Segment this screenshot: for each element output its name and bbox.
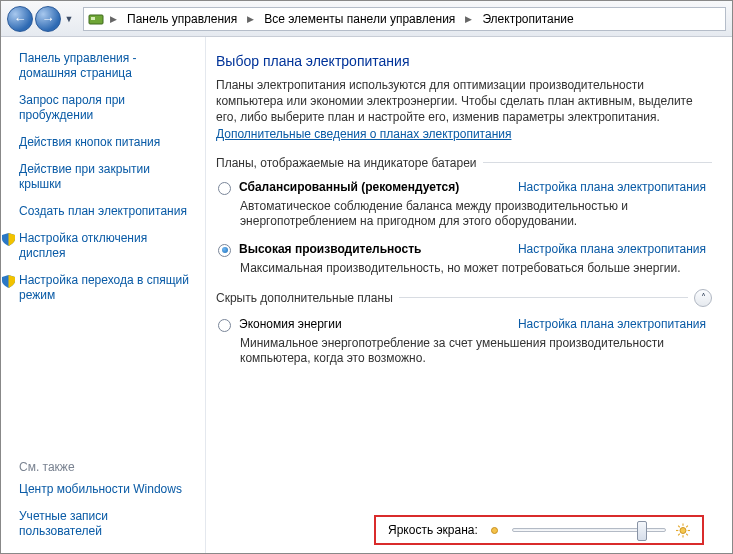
configure-plan-link[interactable]: Настройка плана электропитания bbox=[518, 317, 712, 331]
svg-line-8 bbox=[678, 525, 680, 527]
sidebar-link-home[interactable]: Панель управления - домашняя страница bbox=[19, 51, 191, 81]
plan-balanced-title[interactable]: Сбалансированный (рекомендуется) bbox=[239, 180, 459, 194]
group-extra-plans: Скрыть дополнительные планы ˄ bbox=[216, 289, 712, 307]
svg-point-3 bbox=[680, 527, 686, 533]
group-battery-plans: Планы, отображаемые на индикаторе батаре… bbox=[216, 156, 712, 170]
content-area: Панель управления - домашняя страница За… bbox=[1, 37, 732, 553]
plan-highperf-title[interactable]: Высокая производительность bbox=[239, 242, 421, 256]
sidebar-item-label: Настройка отключения дисплея bbox=[19, 231, 147, 260]
plan-highperf-row: Высокая производительность Настройка пла… bbox=[216, 242, 712, 257]
sidebar-link-wake-password[interactable]: Запрос пароля при пробуждении bbox=[19, 93, 191, 123]
plan-balanced-row: Сбалансированный (рекомендуется) Настрой… bbox=[216, 180, 712, 195]
chevron-up-icon: ˄ bbox=[701, 292, 706, 303]
page-title: Выбор плана электропитания bbox=[216, 53, 712, 69]
svg-line-10 bbox=[678, 533, 680, 535]
brightness-label: Яркость экрана: bbox=[388, 523, 478, 537]
back-button[interactable]: ← bbox=[7, 6, 33, 32]
group-label: Скрыть дополнительные планы bbox=[216, 291, 393, 305]
crumb-power-options[interactable]: Электропитание bbox=[478, 12, 577, 26]
radio-high-performance[interactable] bbox=[218, 244, 231, 257]
control-panel-icon bbox=[88, 11, 104, 27]
breadcrumb[interactable]: ▶ Панель управления ▶ Все элементы панел… bbox=[83, 7, 726, 31]
crumb-all-items[interactable]: Все элементы панели управления bbox=[260, 12, 459, 26]
svg-point-2 bbox=[492, 527, 498, 533]
plan-balanced-desc: Автоматическое соблюдение баланса между … bbox=[240, 199, 712, 230]
sun-dim-icon bbox=[488, 523, 502, 537]
sidebar-item-label: Настройка перехода в спящий режим bbox=[19, 273, 189, 302]
sidebar-link-sleep[interactable]: Настройка перехода в спящий режим bbox=[19, 273, 191, 303]
brightness-control: Яркость экрана: bbox=[374, 515, 704, 545]
see-also-mobility[interactable]: Центр мобильности Windows bbox=[19, 482, 191, 497]
see-also-user-accounts[interactable]: Учетные записи пользователей bbox=[19, 509, 191, 539]
see-also-heading: См. также bbox=[19, 460, 191, 474]
svg-line-11 bbox=[686, 525, 688, 527]
window-toolbar: ← → ▼ ▶ Панель управления ▶ Все элементы… bbox=[1, 1, 732, 37]
intro-more-link[interactable]: Дополнительные сведения о планах электро… bbox=[216, 127, 511, 141]
configure-plan-link[interactable]: Настройка плана электропитания bbox=[518, 180, 712, 194]
plan-highperf-desc: Максимальная производительность, но може… bbox=[240, 261, 712, 277]
divider bbox=[483, 162, 712, 163]
shield-icon bbox=[1, 274, 15, 288]
plan-powersaver-title[interactable]: Экономия энергии bbox=[239, 317, 342, 331]
sidebar-link-create-plan[interactable]: Создать план электропитания bbox=[19, 204, 191, 219]
chevron-right-icon: ▶ bbox=[108, 14, 119, 24]
configure-plan-link[interactable]: Настройка плана электропитания bbox=[518, 242, 712, 256]
sidebar-link-display-off[interactable]: Настройка отключения дисплея bbox=[19, 231, 191, 261]
crumb-control-panel[interactable]: Панель управления bbox=[123, 12, 241, 26]
intro-body: Планы электропитания используются для оп… bbox=[216, 78, 693, 124]
sidebar-link-power-buttons[interactable]: Действия кнопок питания bbox=[19, 135, 191, 150]
arrow-left-icon: ← bbox=[14, 12, 27, 25]
radio-balanced[interactable] bbox=[218, 182, 231, 195]
main-panel: Выбор плана электропитания Планы электро… bbox=[205, 37, 732, 553]
nav-history-dropdown[interactable]: ▼ bbox=[63, 10, 75, 28]
divider bbox=[399, 297, 688, 298]
brightness-slider[interactable] bbox=[512, 528, 666, 532]
arrow-right-icon: → bbox=[42, 12, 55, 25]
forward-button[interactable]: → bbox=[35, 6, 61, 32]
plan-powersaver-row: Экономия энергии Настройка плана электро… bbox=[216, 317, 712, 332]
collapse-extra-plans-button[interactable]: ˄ bbox=[694, 289, 712, 307]
group-label: Планы, отображаемые на индикаторе батаре… bbox=[216, 156, 477, 170]
plan-powersaver-desc: Минимальное энергопотребление за счет ум… bbox=[240, 336, 712, 367]
svg-rect-1 bbox=[91, 17, 95, 20]
sun-bright-icon bbox=[676, 523, 690, 537]
shield-icon bbox=[1, 232, 15, 246]
sidebar: Панель управления - домашняя страница За… bbox=[1, 37, 205, 553]
chevron-right-icon: ▶ bbox=[245, 14, 256, 24]
svg-line-9 bbox=[686, 533, 688, 535]
slider-thumb[interactable] bbox=[637, 521, 647, 541]
radio-power-saver[interactable] bbox=[218, 319, 231, 332]
sidebar-link-lid-close[interactable]: Действие при закрытии крышки bbox=[19, 162, 191, 192]
intro-text: Планы электропитания используются для оп… bbox=[216, 77, 712, 142]
chevron-right-icon: ▶ bbox=[463, 14, 474, 24]
